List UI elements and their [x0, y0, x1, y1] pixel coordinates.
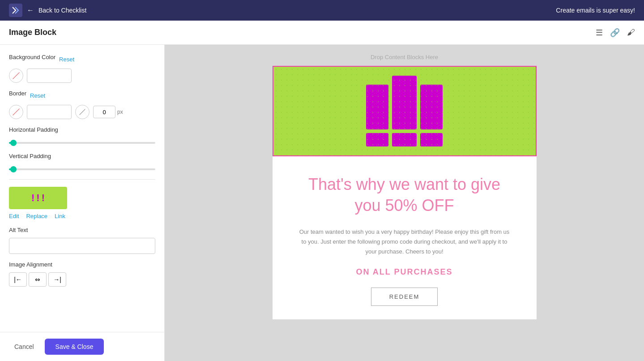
image-preview: ! ! ! [9, 187, 67, 209]
panel-title: Image Block [9, 28, 56, 37]
replace-link[interactable]: Replace [26, 213, 47, 219]
v-padding-slider[interactable] [9, 168, 155, 170]
top-nav: ← Back to Checklist Create emails is sup… [0, 0, 644, 21]
border-color-input[interactable] [27, 105, 72, 119]
alignment-section: Image Alignment |← ⇔ →| [9, 261, 155, 287]
redeem-button[interactable]: REDEEM [371, 288, 438, 306]
back-button[interactable]: ← Back to Checklist [9, 4, 86, 17]
cancel-button[interactable]: Cancel [9, 340, 39, 354]
border-px-unit: px [117, 109, 123, 115]
email-headline: That's why we want to give you 50% OFF [299, 174, 510, 216]
excl-icon-2: ! [36, 192, 39, 204]
email-image-block[interactable] [273, 66, 537, 156]
bg-color-reset[interactable]: Reset [59, 56, 74, 63]
left-panel: Background Color Reset Border Reset px H… [0, 45, 165, 361]
back-label: Back to Checklist [38, 7, 86, 14]
alt-text-section: Alt Text [9, 227, 155, 254]
align-right-button[interactable]: →| [48, 272, 66, 287]
back-arrow-icon: ← [27, 6, 34, 14]
h-padding-slider[interactable] [9, 142, 155, 144]
panel-footer: Cancel Save & Close [0, 332, 165, 361]
top-nav-tagline: Create emails is super easy! [556, 7, 635, 14]
dotted-pattern [273, 67, 536, 155]
email-subheading: ON ALL PURCHASES [299, 267, 510, 277]
h-padding-label: Horizontal Padding [9, 126, 155, 133]
bg-color-input[interactable] [27, 69, 72, 83]
logo-icon [9, 4, 22, 17]
link-link[interactable]: Link [55, 213, 65, 219]
v-padding-section: Vertical Padding [9, 153, 155, 172]
image-preview-wrap: ! ! ! [9, 187, 155, 209]
image-preview-icons: ! ! ! [31, 192, 45, 204]
alignment-label: Image Alignment [9, 261, 155, 268]
email-body-text: Our team wanted to wish you a very happy… [299, 227, 510, 257]
bg-color-section: Background Color Reset [9, 54, 155, 65]
border-section: Border Reset [9, 90, 155, 101]
border-reset[interactable]: Reset [30, 92, 45, 99]
excl-icon-3: ! [42, 192, 45, 204]
bg-color-none-swatch[interactable] [9, 69, 23, 83]
border-color-swatch[interactable] [9, 105, 23, 119]
paint-icon[interactable]: 🖌 [627, 28, 635, 37]
v-padding-label: Vertical Padding [9, 153, 155, 159]
email-card: That's why we want to give you 50% OFF O… [273, 66, 537, 319]
alt-text-input[interactable] [9, 238, 155, 254]
bg-color-row [9, 69, 155, 83]
h-padding-section: Horizontal Padding [9, 126, 155, 146]
border-style-icon[interactable] [75, 105, 90, 119]
edit-link[interactable]: Edit [9, 213, 19, 219]
alignment-buttons: |← ⇔ →| [9, 272, 155, 287]
border-label: Border [9, 90, 26, 97]
sub-header: Image Block ☰ 🔗 🖌 [0, 21, 644, 45]
canvas-area: Drop Content Blocks Here [165, 45, 644, 361]
link-icon[interactable]: 🔗 [610, 28, 620, 38]
divider-1 [9, 179, 155, 180]
save-close-button[interactable]: Save & Close [45, 339, 104, 355]
border-row: px [9, 105, 155, 119]
border-px-input[interactable] [93, 106, 115, 118]
border-px-wrap: px [93, 106, 123, 118]
image-actions: Edit Replace Link [9, 213, 155, 219]
align-left-button[interactable]: |← [9, 272, 27, 287]
excl-icon-1: ! [31, 192, 34, 204]
drop-zone-text: Drop Content Blocks Here [371, 54, 438, 60]
menu-icon[interactable]: ☰ [596, 28, 603, 38]
align-center-button[interactable]: ⇔ [29, 272, 47, 287]
bg-color-label: Background Color [9, 54, 55, 60]
email-text-section: That's why we want to give you 50% OFF O… [273, 156, 537, 319]
sub-header-icons: ☰ 🔗 🖌 [596, 28, 635, 38]
main-layout: Background Color Reset Border Reset px H… [0, 45, 644, 361]
alt-text-label: Alt Text [9, 227, 155, 233]
